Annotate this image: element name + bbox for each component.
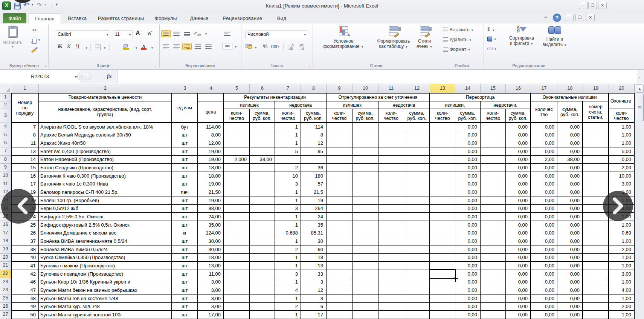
row-header-7[interactable]: 7 [0,147,11,156]
cell-r26c5[interactable] [224,303,250,311]
cell-r10c19[interactable] [583,172,609,180]
cell-r13c9[interactable] [327,196,353,205]
cell-r21c19[interactable] [583,262,609,270]
cell-r5c10[interactable] [353,131,378,140]
cell-r9c11[interactable] [378,164,404,172]
insert-function-icon[interactable]: fx [107,73,112,79]
row-header-17[interactable]: 17 [0,229,11,238]
cell-r18c10[interactable] [353,237,378,245]
cell-r5c20[interactable]: 1,00 [609,131,635,140]
cell-r12c6[interactable] [250,188,275,196]
cell-r13c14[interactable]: 0,00 [455,196,481,205]
cell-r18c18[interactable]: 0,00 [557,237,583,245]
cell-r9c2[interactable]: Батон Сердечко (Производство) [39,164,172,172]
cell-r8c9[interactable] [327,156,353,164]
cell-r26c19[interactable] [583,303,609,311]
cell-r17c12[interactable] [404,229,430,238]
cell-r16c9[interactable] [327,221,353,229]
cell-r18c5[interactable] [224,237,250,245]
cell-r13c11[interactable] [378,196,404,205]
cell-r16c5[interactable] [224,221,250,229]
cell-r9c14[interactable]: 0,00 [455,164,481,172]
cell-r11c13[interactable] [430,180,455,189]
cell-r22c12[interactable] [404,270,430,278]
cell-r6c17[interactable]: 0,00 [531,139,557,147]
clear-button[interactable]: ▼ [487,46,497,51]
cell-r13c17[interactable]: 0,00 [531,196,557,205]
col-header-10[interactable]: 10 [353,84,378,94]
cell-r5c9[interactable] [327,131,353,140]
cell-r6c4[interactable]: 12,00 [198,139,224,147]
cell-r15c7[interactable]: 1 [275,213,301,221]
cell-r9c4[interactable]: 18,00 [198,164,224,172]
cell-r7c9[interactable] [327,147,353,156]
font-size-combo[interactable]: 11▼ [113,31,133,39]
cell-r18c20[interactable]: 1,00 [609,237,635,245]
restore-button[interactable]: ❐ [588,2,597,9]
borders-dropdown-icon[interactable]: ▼ [103,46,106,50]
cell-r8c10[interactable] [353,156,378,164]
row-header-23[interactable]: 23 [0,278,11,287]
cell-r21c5[interactable] [224,262,250,270]
cell-r22c11[interactable] [378,270,404,278]
cell-r27c10[interactable] [353,311,378,319]
cell-r5c5[interactable] [224,131,250,140]
cell-r20c12[interactable] [404,254,430,262]
cell-r9c16[interactable]: 0,00 [506,164,531,172]
workbook-close-button[interactable]: ✕ [586,14,595,21]
cell-r13c15[interactable] [481,196,506,205]
cell-r21c13[interactable] [430,262,455,270]
tab-file[interactable]: Файл [3,13,26,23]
formula-pill-button[interactable] [77,73,92,80]
cell-r19c3[interactable]: шт [172,245,198,254]
cell-r21c20[interactable]: 1,00 [609,262,635,270]
cell-r11c17[interactable]: 0,00 [531,180,557,189]
cell-r8c4[interactable]: 19,00 [198,156,224,164]
merge-center-dropdown-icon[interactable]: ▼ [234,45,237,49]
cell-r5c13[interactable] [430,131,455,140]
cell-r13c16[interactable]: 0,00 [506,196,531,205]
row-header-22[interactable]: 22 [0,270,11,278]
cell-r26c8[interactable]: 6 [301,303,327,311]
cell-r10c18[interactable]: 0,00 [557,172,583,180]
cell-r22c15[interactable] [481,270,506,278]
cell-r23c20[interactable]: 1,00 [609,278,635,287]
cell-r12c9[interactable] [327,188,353,196]
find-select-button[interactable]: Найти ивыделить ▼ [540,26,569,47]
cell-r9c18[interactable]: 0,00 [557,164,583,172]
cell-r16c15[interactable] [481,221,506,229]
cell-r11c14[interactable]: 0,00 [455,180,481,189]
cell-r22c3[interactable]: шт [172,270,198,278]
cell-r24c17[interactable]: 0,00 [531,286,557,294]
row-header-6[interactable]: 6 [0,139,11,147]
cell-r6c6[interactable] [250,139,275,147]
cell-r14c9[interactable] [327,205,353,213]
cell-r25c18[interactable]: 0,00 [557,294,583,303]
align-middle-button[interactable] [172,30,181,37]
cell-r19c18[interactable]: 0,00 [557,245,583,254]
cell-r15c3[interactable]: шт [172,213,198,221]
cell-r19c16[interactable]: 0,00 [506,245,531,254]
cell-r17c5[interactable] [224,229,250,238]
cell-r11c11[interactable] [378,180,404,189]
cell-r10c11[interactable] [378,172,404,180]
cell-r26c1[interactable]: 49 [11,303,39,311]
cell-r12c12[interactable] [404,188,430,196]
cell-r20c14[interactable]: 0,00 [455,254,481,262]
cell-r19c7[interactable]: 2 [275,245,301,254]
cell-r25c6[interactable] [250,294,275,303]
col-header-5[interactable]: 5 [224,84,250,94]
cell-r19c19[interactable] [583,245,609,254]
cell-r21c10[interactable] [353,262,378,270]
cell-r15c9[interactable] [327,213,353,221]
cell-r22c17[interactable]: 0,00 [531,270,557,278]
merge-center-button[interactable]: ⇄a [223,43,232,49]
cell-r6c3[interactable]: шт [172,139,198,147]
cell-r6c10[interactable] [353,139,378,147]
cell-r15c2[interactable]: Бифидок 2,5% 0,5л. Окинск [39,213,172,221]
tab-page-layout[interactable]: Разметка страницы [94,13,148,23]
cell-r18c13[interactable] [430,237,455,245]
cell-r4c5[interactable] [224,123,250,131]
formula-input[interactable] [118,70,637,83]
workbook-restore-button[interactable]: ❐ [575,14,584,21]
